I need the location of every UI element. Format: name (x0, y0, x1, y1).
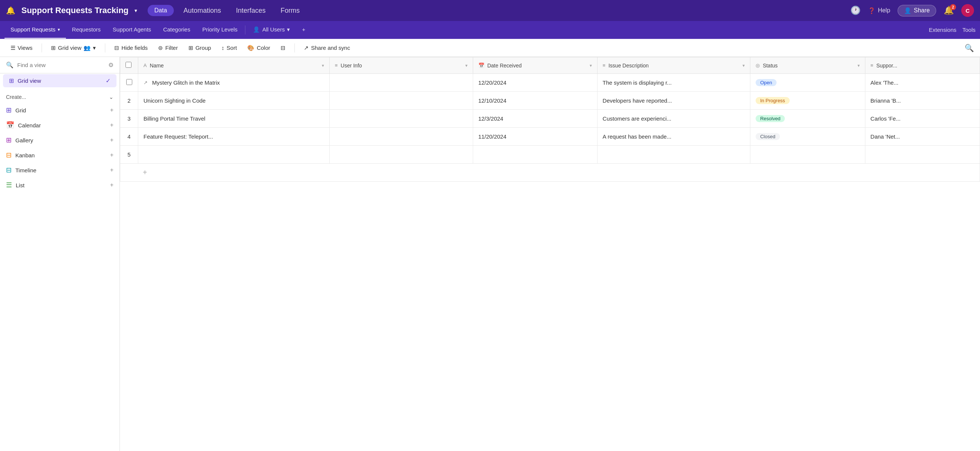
notifications-button[interactable]: 🔔 2 (943, 6, 954, 15)
date-col-sort-icon[interactable]: ▾ (590, 63, 592, 68)
sidebar-gear-icon[interactable]: ⚙ (108, 62, 113, 68)
hide-fields-button[interactable]: ⊟ Hide fields (110, 43, 152, 53)
row2-description[interactable]: Developers have reported... (597, 92, 750, 110)
sidebar-item-grid-view[interactable]: ⊞ Grid view ✓ (3, 74, 116, 87)
tab-support-agents[interactable]: Support Agents (107, 21, 158, 38)
tab-all-users[interactable]: 👤 All Users ▾ (247, 21, 296, 38)
add-kanban-icon[interactable]: + (110, 152, 113, 159)
row2-support[interactable]: Brianna 'B... (865, 92, 980, 110)
add-list-icon[interactable]: + (110, 182, 113, 188)
add-row[interactable]: + (120, 164, 980, 182)
user-avatar[interactable]: C (961, 4, 974, 17)
select-all-checkbox[interactable] (126, 62, 132, 68)
add-grid-icon[interactable]: + (110, 107, 113, 113)
row3-date[interactable]: 12/3/2024 (473, 110, 597, 128)
row4-description[interactable]: A request has been made... (597, 128, 750, 146)
row5-date[interactable] (473, 146, 597, 164)
row4-support[interactable]: Dana 'Net... (865, 128, 980, 146)
add-row-button[interactable]: + (120, 164, 980, 182)
status-col-sort-icon[interactable]: ▾ (858, 63, 860, 68)
tab-all-users-dropdown-icon[interactable]: ▾ (287, 26, 290, 33)
sidebar-item-kanban[interactable]: ⊟ Kanban + (3, 148, 116, 162)
group-icon: ⊞ (188, 44, 193, 51)
search-button[interactable]: 🔍 (965, 43, 974, 52)
row3-support[interactable]: Carlos 'Fe... (865, 110, 980, 128)
row1-name-cell[interactable]: ↗ Mystery Glitch in the Matrix (138, 74, 330, 92)
row2-status-badge: In Progress (756, 97, 789, 104)
views-label: Views (18, 44, 33, 51)
row2-user-info[interactable] (329, 92, 473, 110)
tab-categories[interactable]: Categories (157, 21, 196, 38)
share-sync-button[interactable]: ↗ Share and sync (299, 43, 355, 53)
row1-user-info[interactable] (329, 74, 473, 92)
sidebar-item-calendar[interactable]: 📅 Calendar + (3, 118, 116, 132)
row5-status[interactable] (750, 146, 865, 164)
row3-status[interactable]: Resolved (750, 110, 865, 128)
tab-requestors[interactable]: Requestors (66, 21, 107, 38)
history-icon[interactable]: 🕐 (850, 6, 861, 15)
table-row: 3 Billing Portal Time Travel 12/3/2024 C… (120, 110, 980, 128)
interfaces-button[interactable]: Interfaces (231, 5, 271, 17)
row4-user-info[interactable] (329, 128, 473, 146)
row2-name-cell[interactable]: Unicorn Sighting in Code (138, 92, 330, 110)
tab-support-requests[interactable]: Support Requests ▾ (5, 21, 66, 38)
grid-view-button[interactable]: ⊞ Grid view 👥 ▾ (46, 43, 101, 53)
filter-button[interactable]: ⊜ Filter (154, 43, 182, 53)
row5-name[interactable] (138, 146, 330, 164)
row3-name-cell[interactable]: Billing Portal Time Travel (138, 110, 330, 128)
row1-status[interactable]: Open (750, 74, 865, 92)
add-calendar-icon[interactable]: + (110, 122, 113, 129)
add-tab-icon: + (302, 26, 305, 33)
sidebar-item-list[interactable]: ☰ List + (3, 178, 116, 192)
sidebar-item-timeline[interactable]: ⊟ Timeline + (3, 163, 116, 177)
color-icon: 🎨 (247, 44, 255, 51)
tab-priority-levels[interactable]: Priority Levels (196, 21, 243, 38)
add-timeline-icon[interactable]: + (110, 167, 113, 173)
share-button[interactable]: 👤 Share (897, 5, 936, 16)
row2-date[interactable]: 12/10/2024 (473, 92, 597, 110)
title-chevron-icon[interactable]: ▾ (135, 8, 137, 13)
tab-support-requests-dropdown-icon[interactable]: ▾ (58, 27, 60, 32)
row3-description[interactable]: Customers are experienci... (597, 110, 750, 128)
automations-button[interactable]: Automations (178, 5, 226, 17)
row5-description[interactable] (597, 146, 750, 164)
row1-checkbox[interactable] (126, 79, 132, 85)
row-height-button[interactable]: ⊟ (276, 43, 290, 53)
name-col-sort-icon[interactable]: ▾ (322, 63, 324, 68)
row1-date[interactable]: 12/20/2024 (473, 74, 597, 92)
color-button[interactable]: 🎨 Color (243, 43, 275, 53)
row2-status[interactable]: In Progress (750, 92, 865, 110)
data-button[interactable]: Data (148, 5, 174, 16)
sidebar-item-grid[interactable]: ⊞ Grid + (3, 103, 116, 117)
extensions-button[interactable]: Extensions (929, 27, 956, 33)
group-button[interactable]: ⊞ Group (184, 43, 216, 53)
help-button[interactable]: ❓ Help (868, 7, 890, 14)
row1-expand-icon[interactable]: ↗ (143, 80, 148, 86)
tab-categories-label: Categories (163, 26, 190, 33)
grid-view-chevron-icon[interactable]: ▾ (93, 44, 96, 51)
grid-view-label: Grid view (58, 44, 82, 51)
row4-date[interactable]: 11/20/2024 (473, 128, 597, 146)
grid-view-icon: ⊞ (51, 44, 56, 51)
sort-button[interactable]: ↕ Sort (217, 43, 241, 53)
sidebar-search-input[interactable] (17, 62, 105, 68)
row1-support[interactable]: Alex 'The... (865, 74, 980, 92)
row4-status[interactable]: Closed (750, 128, 865, 146)
row4-name-cell[interactable]: Feature Request: Teleport... (138, 128, 330, 146)
sidebar-create-chevron-icon[interactable]: ⌄ (109, 94, 113, 100)
row3-user-info[interactable] (329, 110, 473, 128)
tools-button[interactable]: Tools (963, 27, 975, 33)
add-gallery-icon[interactable]: + (110, 137, 113, 143)
userinfo-col-sort-icon[interactable]: ▾ (465, 63, 468, 68)
row1-description[interactable]: The system is displaying r... (597, 74, 750, 92)
row5-support[interactable] (865, 146, 980, 164)
forms-button[interactable]: Forms (275, 5, 305, 17)
toolbar-divider-1 (41, 43, 42, 52)
views-button[interactable]: ☰ Views (6, 43, 37, 53)
sidebar-create-section[interactable]: Create... ⌄ (0, 88, 119, 103)
add-tab-button[interactable]: + (296, 21, 311, 38)
share-sync-label: Share and sync (311, 44, 350, 51)
row5-user-info[interactable] (329, 146, 473, 164)
desc-col-sort-icon[interactable]: ▾ (743, 63, 745, 68)
sidebar-item-gallery[interactable]: ⊞ Gallery + (3, 133, 116, 147)
